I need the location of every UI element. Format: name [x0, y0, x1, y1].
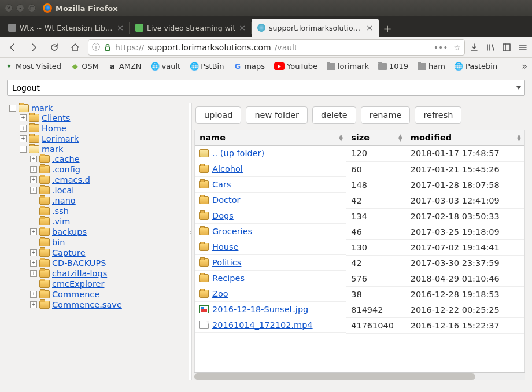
table-row[interactable]: 20161014_172102.mp4417610402016-12-16 15…	[195, 317, 524, 333]
bookmark-maps[interactable]: Gmaps	[233, 62, 265, 71]
file-name[interactable]: Dogs	[212, 211, 234, 220]
tree-expand-icon[interactable]: +	[20, 125, 27, 132]
file-name[interactable]: Politics	[212, 258, 241, 267]
window-maximize-button[interactable]: ▢	[28, 4, 36, 12]
tree-expand-icon[interactable]: +	[30, 249, 37, 256]
column-name[interactable]: name▲▼	[195, 130, 346, 146]
bookmark-ham[interactable]: ham	[418, 62, 445, 71]
forward-button[interactable]	[25, 39, 42, 56]
tree-node[interactable]: +CD-BACKUPS	[30, 258, 186, 268]
tree-expand-icon[interactable]: +	[30, 301, 37, 308]
delete-button[interactable]: delete	[312, 106, 356, 124]
tree-node[interactable]: .nano	[30, 196, 186, 205]
bookmark-star-icon[interactable]: ☆	[453, 43, 461, 52]
tree-node[interactable]: +Commence	[30, 290, 186, 299]
reload-button[interactable]	[46, 39, 62, 56]
tree-label[interactable]: CD-BACKUPS	[52, 258, 106, 268]
tree-expand-icon[interactable]: +	[30, 228, 37, 235]
table-row[interactable]: Doctor422017-03-03 12:41:09	[195, 193, 524, 208]
table-row[interactable]: Cars1482017-01-28 18:07:58	[195, 177, 524, 193]
tree-expand-icon[interactable]: +	[30, 176, 37, 183]
bookmark-pstbin[interactable]: 🌐PstBin	[190, 62, 224, 71]
tree-node[interactable]: +.cache	[30, 154, 186, 164]
rename-button[interactable]: rename	[361, 106, 411, 124]
pane-splitter[interactable]	[189, 103, 192, 380]
window-close-button[interactable]: ✕	[5, 4, 13, 12]
file-name[interactable]: Groceries	[212, 227, 252, 236]
column-size[interactable]: size▲▼	[346, 130, 406, 146]
file-name[interactable]: .. (up folder)	[212, 149, 264, 158]
tree-expand-icon[interactable]: +	[20, 114, 27, 121]
page-actions-icon[interactable]: •••	[434, 43, 448, 52]
tree-expand-icon[interactable]: −	[20, 146, 27, 153]
tree-label[interactable]: mark	[31, 103, 53, 113]
tree-expand-icon[interactable]: +	[20, 135, 27, 142]
horizontal-scrollbar[interactable]	[194, 372, 525, 380]
tree-label[interactable]: Commence.save	[52, 300, 122, 309]
tree-label[interactable]: Lorimark	[42, 134, 79, 143]
file-name[interactable]: Recipes	[212, 273, 245, 283]
table-row[interactable]: .. (up folder)1202018-01-17 17:48:57	[195, 146, 524, 162]
bookmark-pastebin[interactable]: 🌐Pastebin	[455, 62, 497, 71]
tree-label[interactable]: Commence	[52, 290, 99, 299]
bookmark-1019[interactable]: 1019	[378, 62, 408, 71]
tree-node[interactable]: +.local	[30, 186, 186, 195]
tree-label[interactable]: .nano	[52, 196, 76, 205]
upload-button[interactable]: upload	[195, 106, 241, 124]
table-row[interactable]: Groceries462017-03-25 19:18:09	[195, 224, 524, 239]
sidebar-icon[interactable]	[502, 43, 511, 52]
window-minimize-button[interactable]: ‐	[16, 4, 24, 12]
tree-node[interactable]: +Commence.save	[30, 300, 186, 309]
file-name[interactable]: Cars	[212, 180, 231, 189]
tree-node[interactable]: +backups	[30, 227, 186, 236]
tree-label[interactable]: chatzilla-logs	[52, 269, 107, 278]
tree-label[interactable]: .cache	[52, 154, 80, 164]
tree-node[interactable]: −mark	[20, 145, 186, 154]
tree-collapse-icon[interactable]: −	[9, 105, 16, 112]
table-row[interactable]: 2016-12-18-Sunset.jpg8149422016-12-22 00…	[195, 302, 524, 317]
tab-close-icon[interactable]: ×	[366, 23, 373, 32]
file-name[interactable]: House	[212, 242, 238, 252]
tree-node[interactable]: +Clients	[20, 113, 186, 123]
page-info-icon[interactable]: ⓘ	[92, 42, 100, 53]
browser-tab-1[interactable]: Live video streaming wit ×	[130, 19, 252, 37]
tree-expand-icon[interactable]: +	[30, 260, 37, 267]
downloads-icon[interactable]	[470, 43, 479, 52]
file-name[interactable]: 20161014_172102.mp4	[212, 320, 313, 330]
tree-expand-icon[interactable]: +	[30, 156, 37, 162]
logout-dropdown[interactable]: Logout	[7, 80, 525, 96]
file-name[interactable]: Zoo	[212, 289, 228, 298]
bookmark-amzn[interactable]: aAMZN	[108, 62, 142, 71]
tree-expand-icon[interactable]: +	[30, 187, 37, 194]
bookmark-youtube[interactable]: ▶YouTube	[274, 62, 317, 71]
column-modified[interactable]: modified▲▼	[406, 130, 524, 146]
new-folder-button[interactable]: new folder	[246, 106, 308, 124]
new-tab-button[interactable]: +	[379, 20, 396, 37]
browser-tab-0[interactable]: Wtx ~ Wt Extension Library: ×	[2, 19, 130, 37]
library-icon[interactable]	[486, 43, 495, 52]
tree-label[interactable]: .vim	[52, 217, 70, 226]
back-button[interactable]	[5, 39, 21, 56]
menu-icon[interactable]	[518, 43, 527, 52]
tab-close-icon[interactable]: ×	[117, 23, 124, 32]
bookmark-lorimark[interactable]: lorimark	[327, 62, 369, 71]
home-button[interactable]	[67, 39, 83, 56]
tree-label[interactable]: bin	[52, 238, 65, 247]
tree-label[interactable]: .ssh	[52, 206, 69, 216]
refresh-button[interactable]: refresh	[415, 106, 461, 124]
tree-node[interactable]: +Capture	[30, 248, 186, 257]
scrollbar-thumb[interactable]	[194, 373, 475, 380]
tree-expand-icon[interactable]: +	[30, 166, 37, 173]
tree-label[interactable]: backups	[52, 227, 87, 236]
tree-node[interactable]: .ssh	[30, 206, 186, 216]
table-row[interactable]: House1302017-07-02 19:14:41	[195, 239, 524, 255]
tree-node[interactable]: +chatzilla-logs	[30, 269, 186, 278]
table-row[interactable]: Politics422017-03-30 23:37:59	[195, 255, 524, 271]
tree-label[interactable]: .local	[52, 186, 74, 195]
bookmark-vault[interactable]: 🌐vault	[151, 62, 181, 71]
table-row[interactable]: Alcohol602017-01-21 15:45:26	[195, 161, 524, 177]
tree-expand-icon[interactable]: +	[30, 291, 37, 298]
tree-node[interactable]: +Home	[20, 124, 186, 133]
tree-label[interactable]: .emacs.d	[52, 175, 90, 184]
url-bar[interactable]: ⓘ https://support.lorimarksolutions.com/…	[88, 39, 465, 56]
